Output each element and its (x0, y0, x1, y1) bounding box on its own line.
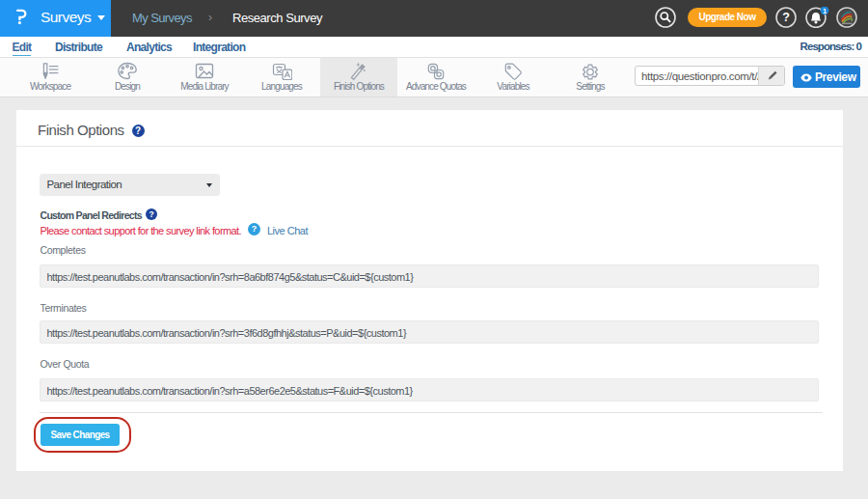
svg-text:?: ? (782, 11, 790, 24)
svg-text:1: 1 (823, 7, 827, 15)
